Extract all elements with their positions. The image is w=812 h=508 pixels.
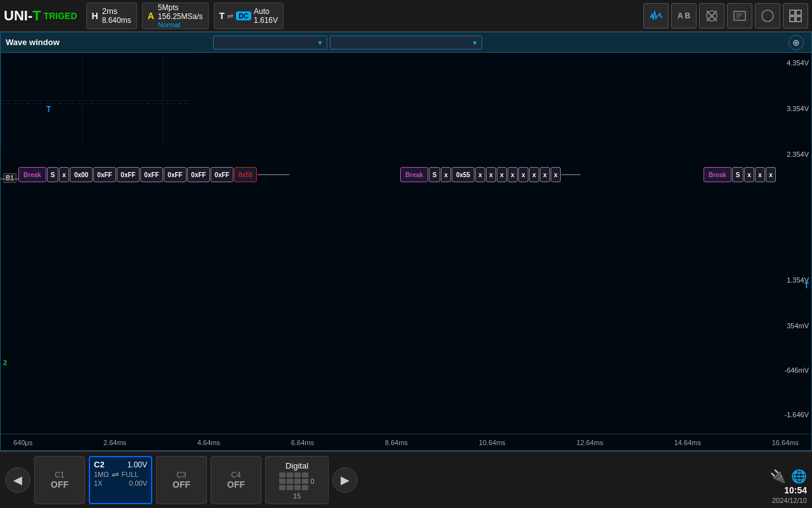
waveform-icon — [648, 8, 664, 23]
decode-x-2a: x — [441, 167, 451, 182]
decode-line-1 — [258, 174, 289, 175]
decode-s-3: S — [732, 167, 743, 182]
time-label-3: 6.64ms — [291, 439, 314, 446]
c2-button[interactable]: C2 1.00V 1MΩ ⇌ FULL 1X 0.00V — [89, 456, 152, 504]
digital-count-top: 0 — [310, 478, 314, 485]
fft-icon-btn[interactable] — [699, 3, 724, 29]
decode-0xff-6: 0xFF — [211, 167, 233, 182]
logo: UNI- T TRIGED — [4, 8, 77, 24]
decode-x-2c: x — [486, 167, 496, 182]
c2-label: C2 — [94, 460, 105, 469]
wave-dropdown-2-wrap[interactable]: ▼ — [330, 36, 482, 50]
c2-arrow: ⇌ — [112, 469, 119, 479]
digital-label: Digital — [285, 461, 308, 471]
voltage-label-2: 3.354V — [787, 102, 809, 114]
d-cell-2 — [287, 472, 293, 478]
wave-dropdown-1[interactable] — [213, 36, 327, 50]
time-label-0: 640μs — [13, 439, 32, 446]
oscilloscope-area: T B1 2 T 4.354V 3.354V 2.354V 1.354V 354… — [1, 53, 811, 434]
decode-0xff-3: 0xFF — [140, 167, 163, 182]
c1-off: OFF — [51, 479, 69, 490]
logo-uni: UNI- — [4, 8, 32, 24]
voltage-label-1: 4.354V — [787, 57, 809, 68]
d-cell-12 — [302, 485, 308, 490]
d-cell-4 — [302, 472, 308, 478]
bottom-right-icons: 🔌 🌐 — [770, 469, 807, 484]
svg-rect-10 — [790, 17, 795, 22]
d-cell-1 — [279, 472, 285, 478]
decode-0x00: 0x00 — [70, 167, 93, 182]
wave-dropdown-2[interactable] — [330, 36, 482, 50]
usb-icon[interactable]: 🔌 — [770, 469, 786, 484]
digital-grid-area: 0 — [279, 472, 314, 490]
nav-left-btn[interactable]: ◀ — [5, 467, 30, 493]
d-cell-6 — [287, 479, 293, 484]
trigger-section[interactable]: T ⇌ DC Auto 1.616V — [214, 3, 284, 29]
decode-s-2: S — [429, 167, 440, 182]
layout-icon — [789, 9, 802, 23]
wifi-icon[interactable]: 🌐 — [791, 469, 807, 484]
c2-bottom: 1X 0.00V — [94, 479, 147, 487]
c3-off: OFF — [173, 479, 190, 490]
wave-header-controls: ▼ ▼ — [213, 36, 482, 50]
decode-x-2i: x — [551, 167, 561, 182]
reference-icon-btn[interactable]: A B — [671, 3, 697, 29]
wave-window: Wave window ▼ ▼ ⊕ — [0, 32, 812, 451]
decode-break-2: Break — [400, 167, 428, 182]
wave-dropdown-1-wrap[interactable]: ▼ — [213, 36, 327, 50]
decode-s-1: S — [47, 167, 58, 182]
date-display: 2024/12/10 — [772, 497, 807, 504]
ab-icon: A B — [678, 11, 690, 20]
decode-x-3a: x — [744, 167, 754, 182]
wave-header: Wave window ▼ ▼ ⊕ — [1, 32, 811, 53]
c2-x: 1X — [94, 479, 102, 487]
voltage-label-4: 1.354V — [787, 274, 809, 285]
c3-button[interactable]: C3 OFF — [156, 456, 207, 504]
c3-label: C3 — [176, 471, 186, 479]
t-label: T — [219, 11, 225, 21]
decode-x-3b: x — [755, 167, 765, 182]
decode-bar-1: Break S x 0x00 0xFF 0xFF 0xFF 0xFF 0xFF … — [18, 166, 289, 184]
d-cell-11 — [294, 485, 301, 490]
bottom-right: 🔌 🌐 10:54 2024/12/10 — [770, 456, 807, 504]
circle-icon — [760, 8, 775, 23]
c1-button[interactable]: C1 OFF — [34, 456, 85, 504]
c2-full: FULL — [122, 471, 139, 478]
c4-label: C4 — [231, 471, 240, 479]
time-label-4: 8.64ms — [385, 439, 408, 446]
layout-icon-btn[interactable] — [783, 3, 808, 29]
decode-line-2 — [561, 174, 580, 175]
c2-top: C2 1.00V — [94, 460, 147, 469]
voltage-label-3: 2.354V — [787, 148, 809, 159]
decode-0x55-2: 0x55 — [452, 167, 475, 182]
bottom-bar: ◀ C1 OFF C2 1.00V 1MΩ ⇌ FULL 1X 0.00V C3… — [0, 451, 812, 508]
c2-ohm: 1MΩ — [94, 471, 109, 478]
trig-auto: Auto — [254, 7, 278, 16]
svg-rect-15 — [1, 53, 191, 148]
digital-grid — [279, 472, 308, 490]
wave-title: Wave window — [6, 37, 60, 47]
d-cell-3 — [294, 472, 301, 478]
horizontal-section[interactable]: H 2ms 8.640ms — [86, 3, 137, 29]
decode-x-1: x — [59, 167, 69, 182]
svg-rect-11 — [796, 17, 801, 22]
decode-0xff-1: 0xFF — [93, 167, 116, 182]
nav-right-icon: ▶ — [341, 473, 350, 487]
measure-icon-btn[interactable] — [727, 3, 752, 29]
fft-icon — [704, 8, 719, 23]
decode-0xff-2: 0xFF — [117, 167, 140, 182]
acquisition-section[interactable]: A 5Mpts 156.25MSa/s Normal — [142, 3, 209, 29]
c2-mid: 1MΩ ⇌ FULL — [94, 469, 147, 479]
time-label-2: 4.64ms — [197, 439, 220, 446]
scope-icon-btn[interactable] — [755, 3, 780, 29]
digital-button[interactable]: Digital 0 15 — [265, 456, 329, 504]
decode-lead-line — [1, 178, 18, 180]
waveform-icon-btn[interactable] — [643, 3, 669, 29]
zoom-icon-btn[interactable]: ⊕ — [789, 35, 804, 50]
nav-right-btn[interactable]: ▶ — [332, 467, 358, 493]
decode-break-3: Break — [704, 167, 731, 182]
time-labels: 640μs 2.64ms 4.64ms 6.64ms 8.64ms 10.64m… — [1, 434, 811, 450]
h-label: H — [92, 11, 98, 21]
serial-icon: ⇌ — [227, 11, 233, 20]
c4-button[interactable]: C4 OFF — [211, 456, 261, 504]
